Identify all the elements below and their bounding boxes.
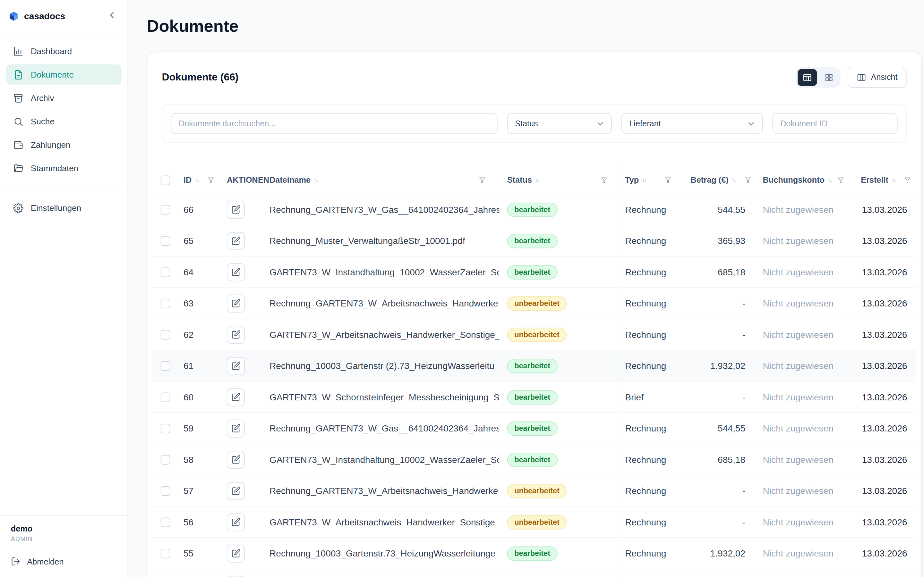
edit-icon — [231, 268, 240, 276]
user-role: ADMIN — [11, 535, 117, 542]
row-filename-cell: GARTEN73_W_Instandhaltung_10002_WasserZa… — [263, 257, 502, 287]
row-checkbox[interactable] — [161, 392, 170, 402]
table-row: 56GARTEN73_W_Arbeitsnachweis_Handwerker_… — [152, 507, 916, 538]
row-typ: Rechnung — [625, 298, 666, 308]
chevron-left-icon — [107, 10, 118, 21]
sort-icon[interactable]: ↑↓ — [535, 177, 538, 183]
row-checkbox-cell — [152, 226, 179, 256]
sidebar-item-einstellungen[interactable]: Einstellungen — [6, 198, 121, 218]
row-id: 59 — [184, 423, 194, 434]
edit-button[interactable] — [227, 200, 245, 218]
row-checkbox[interactable] — [161, 548, 170, 558]
column-header-label: Erstellt — [861, 176, 888, 185]
sidebar-item-archiv[interactable]: Archiv — [6, 88, 121, 108]
lieferant-select-value: Lieferant — [629, 119, 661, 128]
app-logo: casadocs — [8, 11, 65, 21]
sidebar-item-stammdaten[interactable]: Stammdaten — [6, 158, 121, 179]
row-checkbox[interactable] — [161, 330, 170, 339]
edit-button[interactable] — [227, 419, 245, 437]
row-checkbox-cell — [152, 507, 179, 538]
status-select[interactable]: Status — [507, 113, 612, 134]
row-typ: Rechnung — [625, 267, 666, 277]
row-betrag-cell: - — [685, 288, 758, 319]
row-checkbox[interactable] — [161, 361, 170, 371]
sort-icon[interactable]: ↑↓ — [732, 177, 735, 183]
column-header-actions: AKTIONEN — [217, 166, 263, 193]
row-erstellt-cell: 13.03.2026 — [856, 382, 916, 413]
row-checkbox[interactable] — [161, 205, 170, 214]
row-typ-cell: Rechnung — [617, 288, 685, 319]
status-badge: unbearbeitet — [507, 515, 567, 529]
edit-button[interactable] — [227, 544, 245, 562]
sort-icon[interactable]: ↑↓ — [313, 177, 317, 183]
sidebar-item-zahlungen[interactable]: Zahlungen — [6, 135, 121, 155]
row-betrag-cell: 1.932,02 — [685, 538, 758, 569]
edit-button[interactable] — [227, 482, 245, 500]
row-filename-cell: Rechnung_GARTEN73_W_Gas__641002402364_Ja… — [263, 413, 502, 444]
row-actions-cell — [217, 507, 263, 538]
grid-view-button[interactable] — [819, 69, 838, 86]
sort-icon[interactable]: ↑↓ — [642, 177, 646, 183]
row-erstellt-cell: 13.03.2026 — [856, 350, 916, 381]
status-badge: bearbeitet — [507, 390, 557, 404]
row-erstellt-cell: 13.03.2026 — [856, 507, 916, 538]
filter-icon[interactable] — [744, 176, 752, 184]
sort-icon[interactable]: ↑↓ — [195, 177, 198, 183]
row-filename: GARTEN73_W_Instandhaltung_10002_WasserZa… — [270, 455, 499, 465]
table-row: 59Rechnung_GARTEN73_W_Gas__641002402364_… — [152, 413, 916, 444]
row-checkbox[interactable] — [161, 517, 170, 527]
row-status-cell: bearbeitet — [502, 350, 617, 381]
row-checkbox[interactable] — [161, 455, 170, 464]
filter-icon[interactable] — [664, 176, 672, 184]
sidebar-collapse-button[interactable] — [105, 9, 119, 23]
row-erstellt-cell: 13.03.2026 — [856, 444, 916, 475]
filter-icon[interactable] — [837, 176, 845, 184]
lieferant-select[interactable]: Lieferant — [622, 113, 763, 134]
sidebar-item-dashboard[interactable]: Dashboard — [6, 41, 121, 61]
row-betrag-cell: - — [685, 319, 758, 350]
edit-button[interactable] — [227, 326, 245, 343]
row-checkbox[interactable] — [161, 298, 170, 308]
logout-button[interactable]: Abmelden — [11, 556, 64, 566]
sidebar-item-suche[interactable]: Suche — [6, 111, 121, 132]
filter-icon[interactable] — [903, 176, 911, 184]
row-id-cell: 56 — [179, 507, 217, 538]
filter-icon[interactable] — [600, 176, 608, 184]
filter-icon[interactable] — [478, 176, 486, 184]
column-header-label: ID — [184, 176, 192, 185]
select-all-checkbox[interactable] — [161, 175, 170, 185]
search-input[interactable] — [171, 113, 498, 134]
edit-button[interactable] — [227, 263, 245, 281]
edit-button[interactable] — [227, 450, 245, 468]
edit-button[interactable] — [227, 388, 245, 406]
row-checkbox[interactable] — [161, 486, 170, 496]
row-id: 66 — [184, 205, 194, 215]
row-id: 62 — [184, 330, 194, 340]
row-checkbox[interactable] — [161, 424, 170, 433]
edit-button[interactable] — [227, 575, 245, 577]
sort-icon[interactable]: ↑↓ — [891, 177, 895, 183]
row-erstellt-cell: 13.03.2026 — [856, 569, 916, 577]
edit-button[interactable] — [227, 513, 245, 531]
row-filename: GARTEN73_W_Instandhaltung_10002_WasserZa… — [270, 267, 499, 277]
row-actions-cell — [217, 413, 263, 444]
table-icon — [803, 73, 812, 82]
ansicht-button[interactable]: Ansicht — [847, 67, 906, 88]
row-checkbox-cell — [152, 319, 179, 350]
sort-icon[interactable]: ↑↓ — [828, 177, 831, 183]
row-filename-cell: GARTEN73_W_Arbeitsnachweis_Handwerker_So… — [263, 507, 502, 538]
row-buchungskonto: Nicht zugewiesen — [763, 423, 834, 434]
chevron-down-icon — [596, 119, 605, 128]
filter-icon[interactable] — [207, 176, 215, 184]
row-checkbox[interactable] — [161, 236, 170, 245]
row-betrag: 685,18 — [718, 455, 745, 465]
edit-button[interactable] — [227, 232, 245, 250]
table-view-button[interactable] — [798, 69, 817, 86]
row-filename: GARTEN73_W_Schornsteinfeger_Messbeschein… — [270, 392, 499, 402]
sidebar-item-dokumente[interactable]: Dokumente — [6, 64, 121, 85]
row-betrag-cell: 685,18 — [685, 257, 758, 287]
edit-button[interactable] — [227, 357, 245, 375]
dokument-id-input[interactable] — [772, 113, 898, 134]
edit-button[interactable] — [227, 294, 245, 312]
row-checkbox[interactable] — [161, 267, 170, 277]
